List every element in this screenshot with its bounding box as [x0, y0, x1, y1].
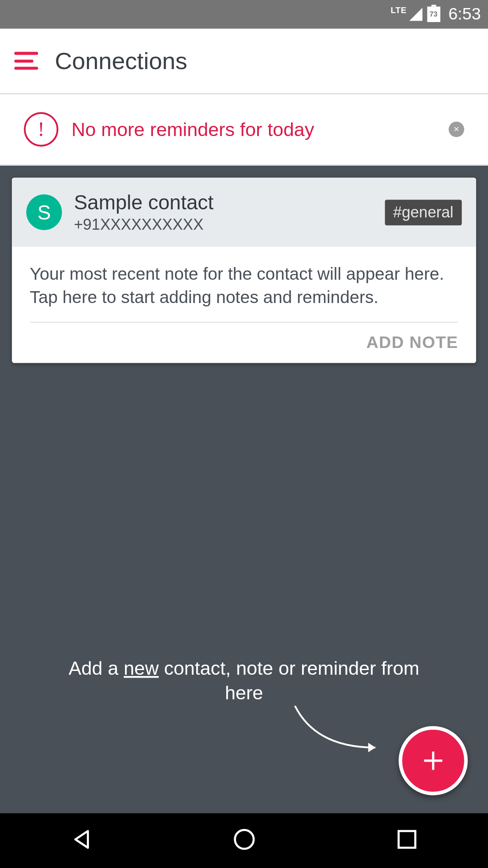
battery-icon: 73	[427, 6, 440, 22]
recents-button[interactable]	[394, 827, 419, 854]
fab-add-button[interactable]	[399, 726, 468, 795]
contact-card-body: Your most recent note for the contact wi…	[12, 247, 476, 363]
main-content: S Sample contact +91XXXXXXXXXX #general …	[0, 166, 488, 813]
avatar: S	[26, 195, 62, 230]
recents-icon	[394, 827, 419, 852]
back-icon	[69, 827, 94, 852]
add-note-button[interactable]: ADD NOTE	[366, 334, 458, 352]
contact-tag[interactable]: #general	[385, 200, 462, 225]
note-preview[interactable]: Your most recent note for the contact wi…	[30, 262, 458, 323]
svg-marker-5	[368, 743, 375, 753]
contact-phone: +91XXXXXXXXXX	[74, 215, 385, 234]
status-bar: LTE 73 6:53	[0, 0, 488, 29]
close-icon: ×	[454, 124, 459, 135]
alert-icon: !	[24, 112, 58, 147]
svg-point-8	[235, 830, 253, 849]
contact-card-header: S Sample contact +91XXXXXXXXXX #general	[12, 178, 476, 247]
banner-text: No more reminders for today	[72, 118, 449, 140]
network-label: LTE	[391, 6, 407, 15]
menu-icon[interactable]	[14, 52, 38, 70]
signal-icon	[409, 8, 422, 21]
plus-icon	[419, 747, 447, 774]
onboarding-hint: Add a new contact, note or reminder from…	[0, 656, 488, 706]
home-button[interactable]	[231, 827, 256, 854]
contact-card[interactable]: S Sample contact +91XXXXXXXXXX #general …	[12, 178, 476, 363]
system-nav-bar	[0, 813, 488, 868]
card-actions: ADD NOTE	[30, 323, 458, 352]
battery-level: 73	[430, 10, 438, 19]
contact-name: Sample contact	[74, 191, 385, 214]
banner-close-button[interactable]: ×	[449, 122, 464, 137]
home-icon	[231, 827, 256, 852]
app-bar: Connections	[0, 29, 488, 95]
svg-rect-9	[398, 831, 415, 848]
hint-arrow-icon	[292, 703, 387, 757]
page-title: Connections	[55, 47, 405, 74]
back-button[interactable]	[69, 827, 94, 854]
contact-meta: Sample contact +91XXXXXXXXXX	[74, 191, 385, 234]
clock: 6:53	[448, 5, 481, 24]
reminder-banner: ! No more reminders for today ×	[0, 94, 488, 166]
device-frame: LTE 73 6:53 Connections ! No more remind…	[0, 0, 488, 868]
